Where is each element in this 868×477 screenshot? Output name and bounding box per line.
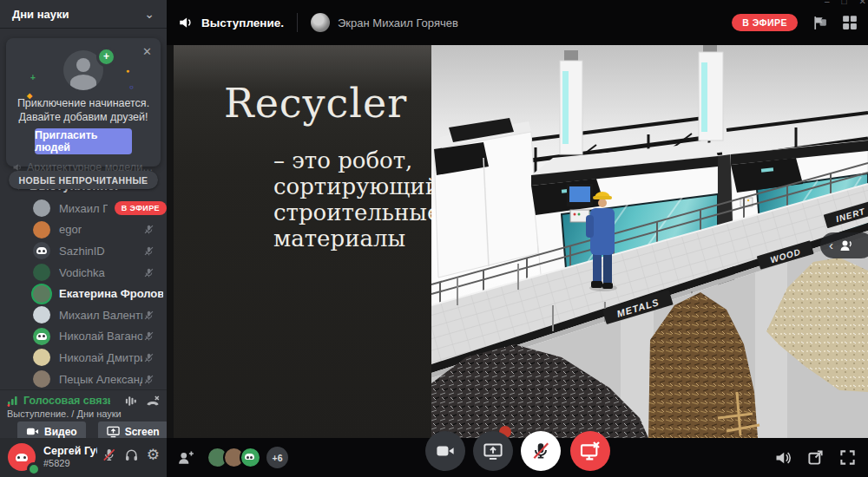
camera-icon <box>436 441 455 461</box>
member-name: Михаил Валентино... <box>59 309 142 322</box>
member-name: Михаил Го... <box>59 202 108 215</box>
connection-signal-icon <box>7 395 19 407</box>
member-avatar <box>33 370 50 388</box>
user-discriminator: #5829 <box>43 458 70 468</box>
discord-app-window: Дни науки ⌄ ✕ + + ◆ ● ○ ∷ Приключение на… <box>0 0 868 477</box>
bin-wall <box>755 262 787 438</box>
add-friend-badge-icon: + <box>96 47 116 67</box>
headphones-icon[interactable] <box>124 448 139 462</box>
disconnect-call-icon[interactable] <box>146 395 160 408</box>
stream-title[interactable]: Экран Михаил Горячев <box>338 16 458 29</box>
member-name: Екатерина Фролова <box>59 287 163 300</box>
mic-muted-icon <box>143 310 155 321</box>
slide-edge-strip <box>167 45 174 438</box>
popout-icon[interactable] <box>807 449 824 466</box>
member-avatar <box>33 221 50 238</box>
discord-logo-icon <box>245 454 254 460</box>
voice-member-row[interactable]: Михаил Валентино... <box>0 304 167 326</box>
screen-button-label: Screen <box>125 426 160 438</box>
camera-icon <box>26 425 39 438</box>
settings-gear-icon[interactable]: ⚙ <box>147 448 160 462</box>
sparkle-icon: + <box>30 73 36 82</box>
server-header[interactable]: Дни науки ⌄ <box>0 0 167 28</box>
member-avatar <box>33 285 50 303</box>
live-badge: В ЭФИРЕ <box>732 14 798 31</box>
member-avatar <box>33 242 50 259</box>
voice-member-row[interactable]: Екатерина Фролова <box>0 283 167 304</box>
member-name: Николай Ваганов <box>59 330 142 343</box>
call-controls-bar: +6 <box>167 438 868 477</box>
close-icon[interactable]: ✕ <box>142 45 152 58</box>
volume-icon <box>178 15 194 30</box>
soundboard-icon[interactable] <box>124 395 137 408</box>
slide-body: – это робот, сортирующий строительные ма… <box>273 147 440 252</box>
sidebar: Дни науки ⌄ ✕ + + ◆ ● ○ ∷ Приключение на… <box>0 0 167 477</box>
member-name: Николай Дмитрие... <box>59 351 142 364</box>
voice-member-row[interactable]: Vodichka <box>0 262 167 284</box>
discord-logo-icon <box>16 454 28 461</box>
voice-member-row[interactable]: Николай Дмитрие... <box>0 347 167 369</box>
promo-text: Давайте добавим друзей! <box>6 111 161 123</box>
member-name: Vodichka <box>59 266 105 279</box>
voice-connected-label[interactable]: Голосовая связь под <box>23 395 110 407</box>
camera-button[interactable] <box>425 431 465 471</box>
voice-member-list: Михаил Го... В ЭФИРЕ egor <box>0 198 167 389</box>
member-avatar <box>33 264 50 281</box>
grid-view-icon[interactable] <box>842 15 858 30</box>
member-avatar <box>33 199 50 217</box>
stream-volume-icon[interactable] <box>774 449 792 467</box>
recycler-3d-render: METALS WOOD INERT <box>431 45 868 438</box>
slide-title: Recycler <box>224 80 407 127</box>
members-icon <box>838 238 853 253</box>
promo-text: Приключение начинается. <box>6 97 161 109</box>
mic-muted-icon <box>530 441 551 461</box>
mic-mute-button[interactable] <box>521 431 561 471</box>
voice-member-row[interactable]: Михаил Го... В ЭФИРЕ <box>0 198 167 219</box>
sparkle-icon: ○ <box>129 83 134 91</box>
stop-streaming-button[interactable] <box>570 431 610 471</box>
streamer-avatar <box>311 13 330 32</box>
member-avatar <box>33 306 50 323</box>
aux-machine-unit <box>434 118 538 278</box>
live-badge: В ЭФИРЕ <box>115 201 167 215</box>
member-avatar <box>33 328 50 345</box>
mic-muted-icon <box>143 245 155 257</box>
mic-muted-icon <box>143 374 155 385</box>
fullscreen-icon[interactable] <box>839 449 856 466</box>
mic-muted-icon[interactable] <box>102 448 116 462</box>
voice-member-row[interactable]: Николай Ваганов <box>0 326 167 348</box>
voice-member-row[interactable]: Пецык Александр <box>0 369 167 390</box>
participant-avatar <box>240 447 261 468</box>
sparkle-icon: ● <box>126 68 129 74</box>
user-panel: Сергей Губ... #5829 ⚙ <box>0 438 167 477</box>
screenshare-button[interactable] <box>473 431 513 471</box>
member-avatar <box>33 349 50 366</box>
invite-people-button[interactable]: Пригласить людей <box>35 128 132 154</box>
robot-column <box>699 45 723 140</box>
voice-member-row[interactable]: egor <box>0 219 167 241</box>
mic-muted-icon <box>143 224 155 235</box>
screenshare-icon <box>483 441 503 461</box>
robot-column <box>560 50 582 154</box>
voice-location-label: Выступление. / Дни науки <box>7 408 122 419</box>
presentation-slide: Recycler – это робот, сортирующий строит… <box>174 45 431 438</box>
mic-muted-icon <box>143 352 155 363</box>
invite-promo-card: ✕ + + ◆ ● ○ ∷ Приключение начинается. Да… <box>6 38 161 167</box>
members-overlay-toggle[interactable]: ‹ <box>820 232 868 258</box>
member-name: egor <box>59 223 82 236</box>
voice-member-row[interactable]: SazhinID <box>0 240 167 262</box>
screenshare-icon <box>107 425 120 438</box>
new-unreads-pill[interactable]: НОВЫЕ НЕПРОЧИТАННЫЕ <box>9 171 158 189</box>
mic-muted-icon <box>143 330 155 342</box>
member-name: SazhinID <box>59 245 105 258</box>
server-name: Дни науки <box>12 8 144 21</box>
flag-icon[interactable] <box>812 15 828 31</box>
topbar-channel-name[interactable]: Выступление. <box>201 16 284 29</box>
username[interactable]: Сергей Губ... <box>43 445 97 457</box>
close-window-icon[interactable]: ✕ <box>859 0 866 6</box>
chevron-left-icon: ‹ <box>829 239 833 252</box>
participant-avatar-cluster[interactable] <box>212 447 261 468</box>
divider <box>297 13 298 32</box>
more-participants-badge[interactable]: +6 <box>266 447 288 468</box>
add-person-icon[interactable] <box>177 449 194 467</box>
